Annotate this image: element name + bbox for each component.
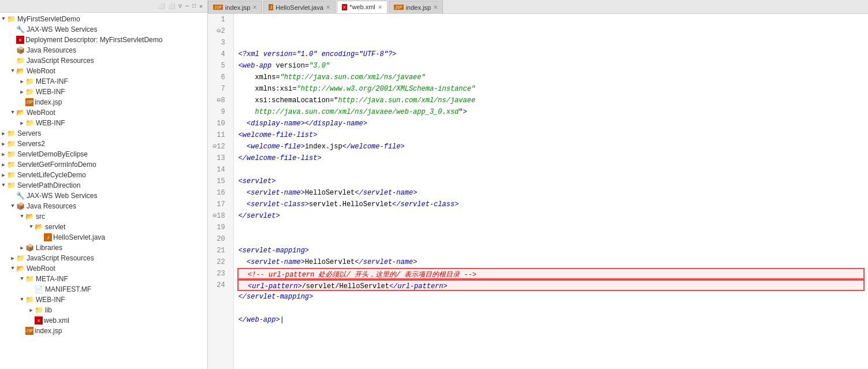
tab-bar: JSPindex.jsp✕JHelloServlet.java✕X*web.xm… [208, 0, 868, 14]
tab-close-tab-indexjsp2[interactable]: ✕ [433, 4, 438, 10]
tab-label-tab-indexjsp2: index.jsp [406, 4, 431, 11]
editor-tab-tab-indexjsp1[interactable]: JSPindex.jsp✕ [208, 1, 262, 13]
tree-item-servletPathDirection[interactable]: ▼📁ServletPathDirection [0, 180, 207, 191]
tree-item-webinf2[interactable]: ▶📁WEB-INF [0, 118, 207, 128]
editor-tab-tab-webxml[interactable]: X*web.xml✕ [337, 1, 388, 13]
tree-icon-folder: 📁 [16, 254, 25, 262]
tree-arrow-servletLifeCycleDemo: ▶ [0, 172, 7, 178]
code-line-6: http://java.sun.com/xml/ns/javaee/web-ap… [239, 106, 863, 118]
tree-item-servletDemoByEclipse[interactable]: ▶📁ServletDemoByEclipse [0, 149, 207, 159]
tree-icon-jsp: JSP [25, 98, 33, 106]
tree-arrow-webroot1: ▼ [9, 68, 16, 74]
tree-icon-project: 📁 [7, 171, 16, 179]
tree-item-libraries1[interactable]: ▶📦Libraries [0, 243, 207, 253]
tree-item-jaxws1[interactable]: 🔧JAX-WS Web Services [0, 24, 207, 35]
code-content[interactable]: <?xml version="1.0" encoding="UTF-8"?><w… [234, 14, 868, 369]
code-line-12: <servlet> [239, 176, 863, 187]
editor-panel: JSPindex.jsp✕JHelloServlet.java✕X*web.xm… [208, 0, 868, 369]
collapse-all-icon[interactable]: ⬜ [157, 2, 166, 10]
tree-item-servletLifeCycleDemo[interactable]: ▶📁ServletLifeCycleDemo [0, 170, 207, 180]
code-line-8: <welcome-file-list> [239, 129, 863, 141]
tree-icon-manifest: 📄 [35, 285, 44, 293]
tree-icon-folder: 📁 [7, 140, 16, 148]
code-line-1: <?xml version="1.0" encoding="UTF-8"?> [239, 49, 863, 60]
view-menu-icon[interactable]: ▽ [177, 2, 183, 10]
tree-item-metainf1[interactable]: ▶📁META-INF [0, 76, 207, 87]
tree-arrow-webroot2: ▼ [9, 110, 16, 115]
tree-item-webxml1[interactable]: ✕web.xml [0, 315, 207, 326]
tree-item-webroot3[interactable]: ▼📂WebRoot [0, 263, 207, 274]
tree-label-servletDemoByEclipse: ServletDemoByEclipse [17, 150, 88, 158]
editor-tab-tab-helloservlet[interactable]: JHelloServlet.java✕ [263, 1, 336, 13]
tree-icon-java: J [44, 233, 52, 241]
tree-item-metainf2[interactable]: ▼📁META-INF [0, 274, 207, 284]
tree-item-jsRes2[interactable]: ▶📁JavaScript Resources [0, 253, 207, 263]
tree-icon-folder-open: 📂 [16, 264, 25, 273]
tree-item-manifest1[interactable]: 📄MANIFEST.MF [0, 284, 207, 295]
tree-item-javaRes1[interactable]: 📦Java Resources [0, 45, 207, 55]
link-editor-icon[interactable]: ⬜ [167, 2, 176, 10]
tree-item-src1[interactable]: ▼📂src [0, 211, 207, 222]
tree-item-javaRes2[interactable]: ▼📦Java Resources [0, 201, 207, 211]
tree-arrow-servlet1: ▼ [28, 224, 35, 230]
tree-item-webroot1[interactable]: ▼📂WebRoot [0, 66, 207, 76]
project-explorer-header: ⬜ ⬜ ▽ — □ ✕ [0, 0, 207, 13]
tab-icon-xml: X [342, 4, 347, 10]
tree-item-webinf3[interactable]: ▼📁WEB-INF [0, 295, 207, 305]
tree-item-servers2[interactable]: ▶📁Servers2 [0, 139, 207, 149]
tab-close-tab-helloservlet[interactable]: ✕ [326, 4, 330, 10]
tree-item-lib1[interactable]: ▶📁lib [0, 305, 207, 315]
editor-tab-tab-indexjsp2[interactable]: JSPindex.jsp✕ [389, 1, 443, 13]
tree-icon-project: 📁 [7, 150, 16, 158]
tree-item-servers[interactable]: ▶📁Servers [0, 128, 207, 139]
line-number-11: 11 [213, 129, 229, 141]
tree-item-helloServletJava[interactable]: JHelloServlet.java [0, 232, 207, 243]
tree-label-manifest1: MANIFEST.MF [45, 285, 91, 293]
project-tree: ▼📁MyFirstServletDemo 🔧JAX-WS Web Service… [0, 13, 207, 369]
tree-icon-project: 📁 [7, 181, 16, 189]
tab-close-tab-indexjsp1[interactable]: ✕ [252, 4, 257, 10]
tree-icon-folder: 📁 [16, 57, 25, 65]
tab-label-tab-helloservlet: HelloServlet.java [275, 4, 323, 11]
minimize-icon[interactable]: — [184, 2, 190, 10]
tree-arrow-servletGetFormInfoDemo: ▶ [0, 162, 7, 168]
tree-label-servletPathDirection: ServletPathDirection [17, 181, 80, 189]
tree-label-src1: src [36, 213, 45, 221]
code-line-17 [239, 233, 863, 245]
tree-item-servletGetFormInfoDemo[interactable]: ▶📁ServletGetFormInfoDemo [0, 159, 207, 170]
tree-arrow-webinf2: ▶ [18, 120, 25, 126]
tree-item-webroot2[interactable]: ▼📂WebRoot [0, 107, 207, 118]
code-line-10: </welcome-file-list> [239, 152, 863, 164]
code-editor[interactable]: 1⊖234567⊖891011⊖121314151617⊖18192021222… [208, 14, 868, 369]
code-line-2: <web-app version="3.0" [239, 60, 863, 72]
tree-item-indexjsp2[interactable]: JSPindex.jsp [0, 326, 207, 336]
tree-label-jaxws2: JAX-WS Web Services [27, 192, 97, 200]
tree-item-webinf1[interactable]: ▶📁WEB-INF [0, 87, 207, 97]
tree-icon-folder: 📁 [25, 119, 35, 127]
code-line-14: <servlet-class>servlet.HelloServlet</ser… [239, 199, 863, 210]
maximize-icon[interactable]: □ [191, 2, 197, 10]
line-number-21: 21 [213, 245, 229, 256]
tab-close-tab-webxml[interactable]: ✕ [378, 4, 382, 10]
tree-item-servlet1[interactable]: ▼📂servlet [0, 222, 207, 232]
tree-label-jaxws1: JAX-WS Web Services [27, 25, 97, 33]
tree-label-deployment1: Deployment Descriptor: MyFirstServletDem… [25, 36, 162, 44]
tree-item-jaxws2[interactable]: 🔧JAX-WS Web Services [0, 191, 207, 201]
tree-icon-project: 📁 [7, 15, 16, 23]
tree-item-indexjsp1[interactable]: JSPindex.jsp [0, 97, 207, 107]
tree-item-jsRes1[interactable]: 📁JavaScript Resources [0, 55, 207, 66]
tree-label-metainf2: META-INF [36, 275, 68, 283]
tree-item-myFirstServletDemo[interactable]: ▼📁MyFirstServletDemo [0, 14, 207, 24]
tab-label-tab-indexjsp1: index.jsp [225, 4, 250, 11]
code-line-16 [239, 222, 863, 233]
tree-item-deployment1[interactable]: ✕Deployment Descriptor: MyFirstServletDe… [0, 35, 207, 45]
tab-icon-jsp: JSP [213, 5, 223, 10]
line-number-5: 5 [213, 60, 229, 72]
close-panel-icon[interactable]: ✕ [198, 2, 204, 10]
tree-arrow-metainf2: ▼ [18, 276, 25, 282]
code-line-20: <!-- url-pattern 处必须以/ 开头，这里的/ 表示项目的根目录 … [237, 268, 865, 279]
tree-label-myFirstServletDemo: MyFirstServletDemo [17, 15, 80, 23]
tree-arrow-servers2: ▶ [0, 141, 7, 147]
line-number-14: 14 [213, 164, 229, 176]
tree-label-lib1: lib [45, 306, 52, 314]
